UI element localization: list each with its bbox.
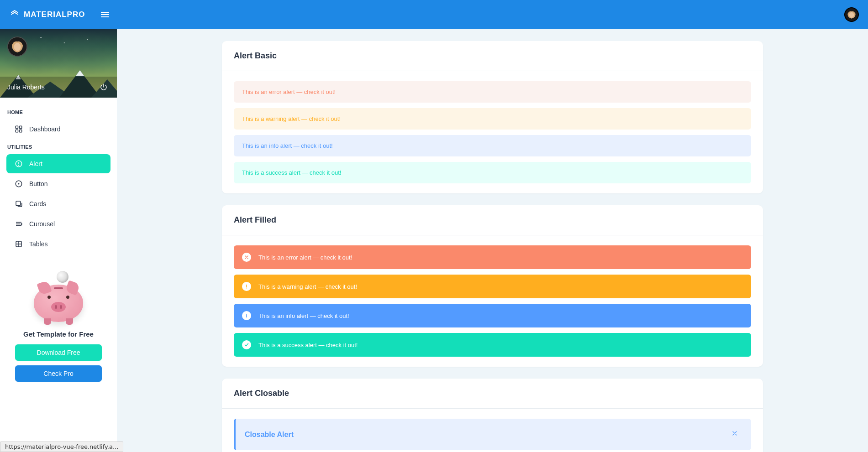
- nav-label: Alert: [29, 160, 42, 167]
- alert-basic-error: This is an error alert — check it out!: [234, 81, 751, 103]
- alert-text: This is a success alert — check it out!: [242, 169, 341, 176]
- promo-box: Get Template for Free Download Free Chec…: [0, 262, 117, 397]
- alert-filled-success: This is a success alert — check it out!: [234, 333, 751, 357]
- nav-heading-utilities: UTILITIES: [0, 140, 117, 153]
- warning-circle-icon: [242, 282, 251, 291]
- svg-point-16: [19, 165, 19, 166]
- alert-text: This is a warning alert — check it out!: [242, 115, 341, 122]
- alert-text: This is an error alert — check it out!: [242, 88, 336, 95]
- cards-icon: [15, 200, 23, 208]
- nav-label: Dashboard: [29, 125, 61, 133]
- alert-filled-card: Alert Filled This is an error alert — ch…: [222, 205, 763, 367]
- alert-basic-card: Alert Basic This is an error alert — che…: [222, 41, 763, 193]
- svg-rect-19: [16, 201, 21, 206]
- sidebar-nav: HOME Dashboard UTILITIES Alert Button Ca…: [0, 98, 117, 262]
- nav-label: Curousel: [29, 220, 55, 228]
- check-pro-button[interactable]: Check Pro: [15, 365, 102, 382]
- alert-filled-error: This is an error alert — check it out!: [234, 245, 751, 269]
- svg-marker-6: [76, 70, 84, 76]
- close-alert-button[interactable]: [727, 428, 742, 441]
- card-title: Alert Filled: [234, 215, 751, 225]
- svg-point-9: [14, 43, 21, 51]
- sidebar-item-cards[interactable]: Cards: [6, 194, 110, 213]
- sidebar-item-button[interactable]: Button: [6, 174, 110, 193]
- dashboard-icon: [15, 125, 23, 133]
- svg-rect-13: [20, 130, 22, 132]
- svg-rect-11: [20, 126, 22, 128]
- card-title: Alert Basic: [234, 51, 751, 61]
- alert-closable-card: Alert Closable Closable Alert: [222, 379, 763, 452]
- download-free-button[interactable]: Download Free: [15, 344, 102, 361]
- sidebar-item-dashboard[interactable]: Dashboard: [6, 119, 110, 139]
- profile-avatar[interactable]: [7, 36, 27, 57]
- sidebar-item-carousel[interactable]: Curousel: [6, 214, 110, 234]
- profile-name: Julia Roberts: [7, 83, 45, 91]
- error-circle-icon: [242, 253, 251, 262]
- alert-filled-info: This is an info alert — check it out!: [234, 304, 751, 327]
- user-avatar-button[interactable]: [844, 7, 859, 22]
- sidebar-item-alert[interactable]: Alert: [6, 154, 110, 173]
- profile-background: Julia Roberts: [0, 29, 117, 98]
- alert-text: This is a warning alert — check it out!: [258, 283, 357, 290]
- brand-logo[interactable]: MATERIALPRO: [9, 9, 85, 20]
- svg-point-29: [246, 314, 247, 315]
- success-circle-icon: [242, 340, 251, 349]
- svg-rect-10: [16, 126, 18, 128]
- brand-icon: [9, 9, 20, 20]
- card-title: Alert Closable: [234, 389, 751, 398]
- nav-label: Cards: [29, 200, 46, 208]
- alert-icon: [15, 160, 23, 168]
- sidebar-item-tables[interactable]: Tables: [6, 234, 110, 254]
- browser-status-bar: https://materialpro-vue-free.netlify.a..…: [0, 442, 123, 452]
- alert-filled-warning: This is a warning alert — check it out!: [234, 275, 751, 298]
- svg-point-23: [21, 223, 22, 224]
- close-icon: [731, 430, 738, 437]
- alert-text: This is an error alert — check it out!: [258, 254, 352, 261]
- profile-row: Julia Roberts: [0, 77, 117, 98]
- alert-text: This is an info alert — check it out!: [258, 312, 349, 319]
- svg-point-18: [18, 183, 20, 185]
- button-icon: [15, 180, 23, 188]
- avatar-icon: [845, 8, 858, 21]
- menu-toggle-button[interactable]: [96, 5, 114, 24]
- info-circle-icon: [242, 311, 251, 320]
- svg-rect-12: [16, 130, 18, 132]
- svg-point-28: [246, 288, 247, 289]
- alert-basic-success: This is a success alert — check it out!: [234, 162, 751, 183]
- main-content: Alert Basic This is an error alert — che…: [117, 29, 868, 452]
- alert-text: This is a success alert — check it out!: [258, 342, 358, 348]
- hamburger-icon: [100, 9, 110, 20]
- tables-icon: [15, 240, 23, 248]
- nav-label: Button: [29, 180, 47, 187]
- piggy-illustration: [29, 271, 88, 326]
- promo-title: Get Template for Free: [7, 330, 110, 338]
- sidebar: Julia Roberts HOME Dashboard UTILITIES A…: [0, 29, 117, 452]
- topbar: MATERIALPRO: [0, 0, 868, 29]
- alert-basic-warning: This is a warning alert — check it out!: [234, 108, 751, 130]
- alert-closable: Closable Alert: [234, 419, 751, 450]
- closable-alert-title: Closable Alert: [245, 431, 294, 439]
- carousel-icon: [15, 220, 23, 228]
- alert-basic-info: This is an info alert — check it out!: [234, 135, 751, 156]
- alert-text: This is an info alert — check it out!: [242, 142, 333, 149]
- nav-heading-home: HOME: [0, 105, 117, 119]
- power-icon: [100, 83, 108, 91]
- svg-point-1: [849, 12, 854, 18]
- nav-label: Tables: [29, 240, 47, 248]
- logout-button[interactable]: [98, 81, 110, 93]
- avatar-icon: [8, 37, 26, 56]
- brand-text: MATERIALPRO: [24, 10, 85, 19]
